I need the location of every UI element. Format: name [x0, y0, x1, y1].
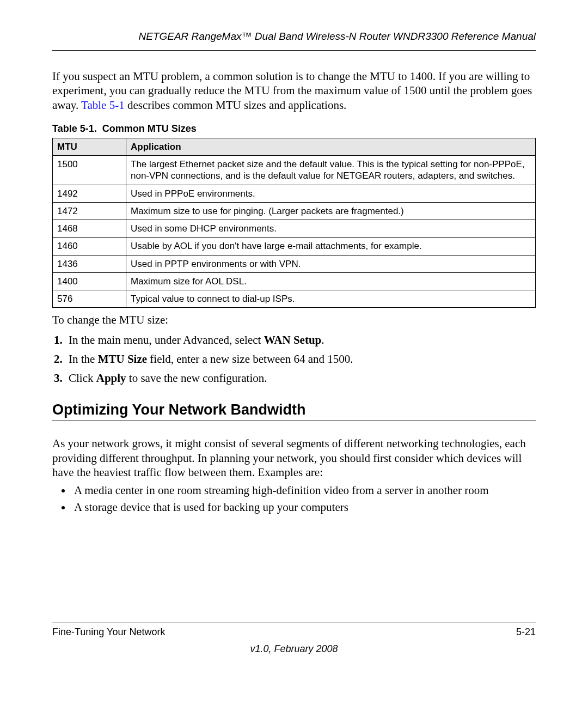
table-caption-label: Table 5-1. — [52, 123, 97, 134]
mtu-table: MTU Application 1500The largest Ethernet… — [52, 138, 536, 308]
table-reference-link[interactable]: Table 5-1 — [81, 99, 125, 112]
document-page: NETGEAR RangeMax™ Dual Band Wireless-N R… — [0, 0, 588, 706]
step-1: In the main menu, under Advanced, select… — [65, 333, 536, 347]
section-heading: Optimizing Your Network Bandwidth — [52, 401, 536, 421]
cell-mtu: 576 — [53, 290, 126, 308]
table-row: 1436Used in PPTP environments or with VP… — [53, 255, 536, 272]
table-header-row: MTU Application — [53, 138, 536, 155]
step-text: field, enter a new size between 64 and 1… — [147, 352, 353, 366]
step-3: Click Apply to save the new configuratio… — [65, 372, 536, 385]
table-row: 1472Maximum size to use for pinging. (La… — [53, 202, 536, 220]
steps-list: In the main menu, under Advanced, select… — [52, 333, 536, 385]
cell-mtu: 1436 — [53, 255, 126, 272]
cell-mtu: 1468 — [53, 220, 126, 238]
cell-mtu: 1500 — [53, 156, 126, 185]
table-row: 1492Used in PPPoE environments. — [53, 185, 536, 202]
col-header-mtu: MTU — [53, 138, 126, 155]
cell-app: Maximum size for AOL DSL. — [126, 272, 536, 290]
footer-rule — [52, 623, 536, 623]
page-header-title: NETGEAR RangeMax™ Dual Band Wireless-N R… — [52, 31, 536, 45]
table-row: 1500The largest Ethernet packet size and… — [53, 156, 536, 185]
step-text: to save the new configuration. — [126, 372, 267, 385]
cell-app: Used in PPTP environments or with VPN. — [126, 255, 536, 272]
table-row: 1460Usable by AOL if you don't have larg… — [53, 238, 536, 255]
cell-app: Used in some DHCP environments. — [126, 220, 536, 238]
step-bold: Apply — [96, 372, 126, 385]
intro-paragraph: If you suspect an MTU problem, a common … — [52, 69, 536, 112]
header-rule — [52, 50, 536, 51]
footer-version: v1.0, February 2008 — [52, 643, 536, 655]
cell-mtu: 1472 — [53, 202, 126, 220]
step-bold: WAN Setup — [264, 333, 322, 346]
cell-mtu: 1460 — [53, 238, 126, 255]
section-paragraph: As your network grows, it might consist … — [52, 436, 536, 479]
step-text: . — [321, 333, 324, 346]
table-caption-title: Common MTU Sizes — [102, 123, 197, 134]
table-caption: Table 5-1.Common MTU Sizes — [52, 123, 536, 135]
page-footer: Fine-Tuning Your Network 5-21 v1.0, Febr… — [52, 623, 536, 655]
step-text: Click — [69, 372, 96, 385]
table-row: 576Typical value to connect to dial-up I… — [53, 290, 536, 308]
cell-mtu: 1400 — [53, 272, 126, 290]
table-row: 1400Maximum size for AOL DSL. — [53, 272, 536, 290]
cell-app: Usable by AOL if you don't have large e-… — [126, 238, 536, 255]
bullet-list: A media center in one room streaming hig… — [52, 484, 536, 514]
intro-text-b: describes common MTU sizes and applicati… — [125, 99, 347, 112]
step-text: In the — [69, 352, 98, 366]
step-bold: MTU Size — [98, 352, 147, 366]
step-2: In the MTU Size field, enter a new size … — [65, 352, 536, 366]
list-item: A storage device that is used for backin… — [72, 501, 536, 514]
table-row: 1468Used in some DHCP environments. — [53, 220, 536, 238]
footer-page-number: 5-21 — [516, 626, 536, 638]
step-text: In the main menu, under Advanced, select — [69, 333, 264, 346]
list-item: A media center in one room streaming hig… — [72, 484, 536, 497]
after-table-line: To change the MTU size: — [52, 313, 536, 327]
footer-left: Fine-Tuning Your Network — [52, 626, 165, 638]
cell-app: The largest Ethernet packet size and the… — [126, 156, 536, 185]
cell-app: Used in PPPoE environments. — [126, 185, 536, 202]
cell-app: Maximum size to use for pinging. (Larger… — [126, 202, 536, 220]
cell-mtu: 1492 — [53, 185, 126, 202]
cell-app: Typical value to connect to dial-up ISPs… — [126, 290, 536, 308]
col-header-application: Application — [126, 138, 536, 155]
